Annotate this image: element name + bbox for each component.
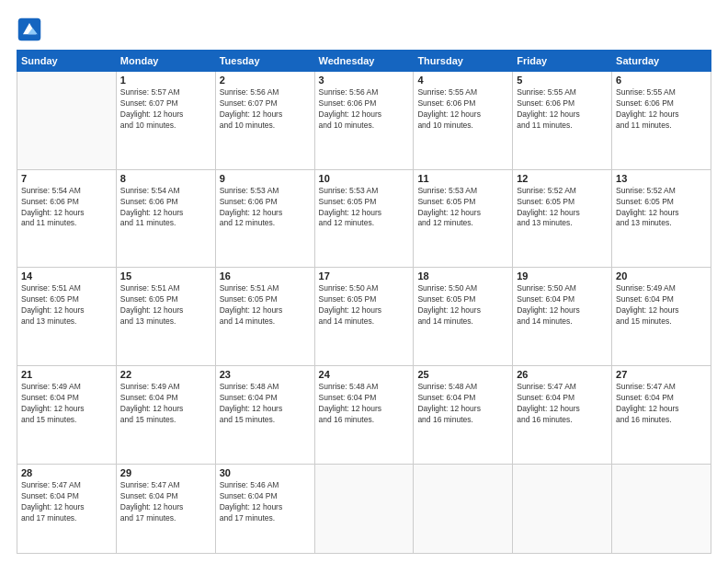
day-number: 28: [21, 467, 112, 478]
day-number: 13: [616, 173, 707, 184]
day-info: Sunrise: 5:48 AM Sunset: 6:04 PM Dayligh…: [319, 382, 410, 426]
day-info: Sunrise: 5:56 AM Sunset: 6:07 PM Dayligh…: [220, 87, 311, 132]
day-cell: 24Sunrise: 5:48 AM Sunset: 6:04 PM Dayli…: [314, 366, 414, 465]
day-number: 24: [319, 369, 410, 380]
day-info: Sunrise: 5:51 AM Sunset: 6:05 PM Dayligh…: [220, 283, 311, 327]
day-cell: 5Sunrise: 5:55 AM Sunset: 6:06 PM Daylig…: [513, 72, 612, 170]
header-cell-sunday: Sunday: [17, 51, 117, 72]
header-row: SundayMondayTuesdayWednesdayThursdayFrid…: [17, 51, 711, 72]
day-cell: 14Sunrise: 5:51 AM Sunset: 6:05 PM Dayli…: [17, 268, 117, 366]
day-number: 27: [616, 369, 707, 380]
calendar-header: SundayMondayTuesdayWednesdayThursdayFrid…: [17, 51, 711, 72]
day-info: Sunrise: 5:51 AM Sunset: 6:05 PM Dayligh…: [120, 283, 211, 327]
day-number: 26: [517, 369, 608, 380]
day-cell: 1Sunrise: 5:57 AM Sunset: 6:07 PM Daylig…: [116, 72, 215, 170]
day-cell: 27Sunrise: 5:47 AM Sunset: 6:04 PM Dayli…: [612, 366, 711, 465]
day-cell: 11Sunrise: 5:53 AM Sunset: 6:05 PM Dayli…: [414, 169, 513, 268]
day-number: 19: [517, 270, 608, 282]
day-info: Sunrise: 5:51 AM Sunset: 6:05 PM Dayligh…: [21, 283, 112, 327]
week-row-2: 7Sunrise: 5:54 AM Sunset: 6:06 PM Daylig…: [17, 169, 711, 268]
day-info: Sunrise: 5:54 AM Sunset: 6:06 PM Dayligh…: [120, 186, 211, 230]
day-cell: 10Sunrise: 5:53 AM Sunset: 6:05 PM Dayli…: [314, 169, 414, 268]
day-cell: 7Sunrise: 5:54 AM Sunset: 6:06 PM Daylig…: [17, 169, 117, 268]
day-number: 22: [120, 369, 211, 380]
day-cell: 26Sunrise: 5:47 AM Sunset: 6:04 PM Dayli…: [513, 366, 612, 465]
day-info: Sunrise: 5:50 AM Sunset: 6:05 PM Dayligh…: [319, 283, 410, 327]
day-number: 3: [319, 75, 410, 86]
day-number: 29: [120, 467, 211, 478]
day-cell: [513, 464, 612, 553]
day-number: 14: [21, 270, 112, 282]
day-cell: 6Sunrise: 5:55 AM Sunset: 6:06 PM Daylig…: [612, 72, 711, 170]
week-row-3: 14Sunrise: 5:51 AM Sunset: 6:05 PM Dayli…: [17, 268, 711, 366]
logo: [17, 17, 46, 42]
day-number: 6: [616, 75, 707, 86]
day-cell: 25Sunrise: 5:48 AM Sunset: 6:04 PM Dayli…: [414, 366, 513, 465]
day-info: Sunrise: 5:53 AM Sunset: 6:06 PM Dayligh…: [220, 186, 311, 230]
day-number: 12: [517, 173, 608, 184]
day-info: Sunrise: 5:56 AM Sunset: 6:06 PM Dayligh…: [319, 87, 410, 132]
day-cell: 2Sunrise: 5:56 AM Sunset: 6:07 PM Daylig…: [215, 72, 314, 170]
calendar-table: SundayMondayTuesdayWednesdayThursdayFrid…: [17, 50, 711, 554]
day-number: 8: [120, 173, 211, 184]
day-number: 11: [417, 173, 508, 184]
day-cell: 3Sunrise: 5:56 AM Sunset: 6:06 PM Daylig…: [314, 72, 414, 170]
day-info: Sunrise: 5:55 AM Sunset: 6:06 PM Dayligh…: [517, 87, 608, 132]
day-cell: 22Sunrise: 5:49 AM Sunset: 6:04 PM Dayli…: [116, 366, 215, 465]
day-info: Sunrise: 5:48 AM Sunset: 6:04 PM Dayligh…: [417, 382, 508, 426]
day-number: 18: [417, 270, 508, 282]
day-number: 15: [120, 270, 211, 282]
day-info: Sunrise: 5:49 AM Sunset: 6:04 PM Dayligh…: [120, 382, 211, 426]
day-number: 1: [120, 75, 211, 86]
header-cell-thursday: Thursday: [414, 51, 513, 72]
day-cell: [314, 464, 414, 553]
day-info: Sunrise: 5:49 AM Sunset: 6:04 PM Dayligh…: [21, 382, 112, 426]
day-cell: 8Sunrise: 5:54 AM Sunset: 6:06 PM Daylig…: [116, 169, 215, 268]
day-cell: 15Sunrise: 5:51 AM Sunset: 6:05 PM Dayli…: [116, 268, 215, 366]
day-cell: [612, 464, 711, 553]
day-number: 4: [417, 75, 508, 86]
day-info: Sunrise: 5:47 AM Sunset: 6:04 PM Dayligh…: [517, 382, 608, 426]
day-number: 5: [517, 75, 608, 86]
day-info: Sunrise: 5:46 AM Sunset: 6:04 PM Dayligh…: [220, 480, 311, 524]
day-number: 9: [220, 173, 311, 184]
day-cell: 30Sunrise: 5:46 AM Sunset: 6:04 PM Dayli…: [215, 464, 314, 553]
day-info: Sunrise: 5:47 AM Sunset: 6:04 PM Dayligh…: [120, 480, 211, 524]
logo-icon: [17, 17, 42, 42]
day-info: Sunrise: 5:47 AM Sunset: 6:04 PM Dayligh…: [616, 382, 707, 426]
day-cell: [17, 72, 117, 170]
day-cell: 19Sunrise: 5:50 AM Sunset: 6:04 PM Dayli…: [513, 268, 612, 366]
header-cell-friday: Friday: [513, 51, 612, 72]
day-info: Sunrise: 5:50 AM Sunset: 6:04 PM Dayligh…: [517, 283, 608, 327]
day-info: Sunrise: 5:55 AM Sunset: 6:06 PM Dayligh…: [417, 87, 508, 132]
day-cell: 13Sunrise: 5:52 AM Sunset: 6:05 PM Dayli…: [612, 169, 711, 268]
day-cell: 4Sunrise: 5:55 AM Sunset: 6:06 PM Daylig…: [414, 72, 513, 170]
day-cell: 20Sunrise: 5:49 AM Sunset: 6:04 PM Dayli…: [612, 268, 711, 366]
day-info: Sunrise: 5:49 AM Sunset: 6:04 PM Dayligh…: [616, 283, 707, 327]
day-info: Sunrise: 5:52 AM Sunset: 6:05 PM Dayligh…: [616, 186, 707, 230]
day-cell: 28Sunrise: 5:47 AM Sunset: 6:04 PM Dayli…: [17, 464, 117, 553]
day-number: 17: [319, 270, 410, 282]
day-cell: 16Sunrise: 5:51 AM Sunset: 6:05 PM Dayli…: [215, 268, 314, 366]
day-number: 25: [417, 369, 508, 380]
day-cell: 17Sunrise: 5:50 AM Sunset: 6:05 PM Dayli…: [314, 268, 414, 366]
day-info: Sunrise: 5:50 AM Sunset: 6:05 PM Dayligh…: [417, 283, 508, 327]
page: SundayMondayTuesdayWednesdayThursdayFrid…: [0, 0, 728, 563]
week-row-5: 28Sunrise: 5:47 AM Sunset: 6:04 PM Dayli…: [17, 464, 711, 553]
day-info: Sunrise: 5:47 AM Sunset: 6:04 PM Dayligh…: [21, 480, 112, 524]
day-number: 30: [220, 467, 311, 478]
header-cell-monday: Monday: [116, 51, 215, 72]
day-cell: [414, 464, 513, 553]
calendar-body: 1Sunrise: 5:57 AM Sunset: 6:07 PM Daylig…: [17, 72, 711, 554]
week-row-4: 21Sunrise: 5:49 AM Sunset: 6:04 PM Dayli…: [17, 366, 711, 465]
day-info: Sunrise: 5:52 AM Sunset: 6:05 PM Dayligh…: [517, 186, 608, 230]
day-info: Sunrise: 5:57 AM Sunset: 6:07 PM Dayligh…: [120, 87, 211, 132]
day-number: 2: [220, 75, 311, 86]
header: [17, 17, 711, 42]
header-cell-wednesday: Wednesday: [314, 51, 414, 72]
day-number: 7: [21, 173, 112, 184]
day-cell: 12Sunrise: 5:52 AM Sunset: 6:05 PM Dayli…: [513, 169, 612, 268]
day-number: 23: [220, 369, 311, 380]
day-number: 16: [220, 270, 311, 282]
day-number: 21: [21, 369, 112, 380]
